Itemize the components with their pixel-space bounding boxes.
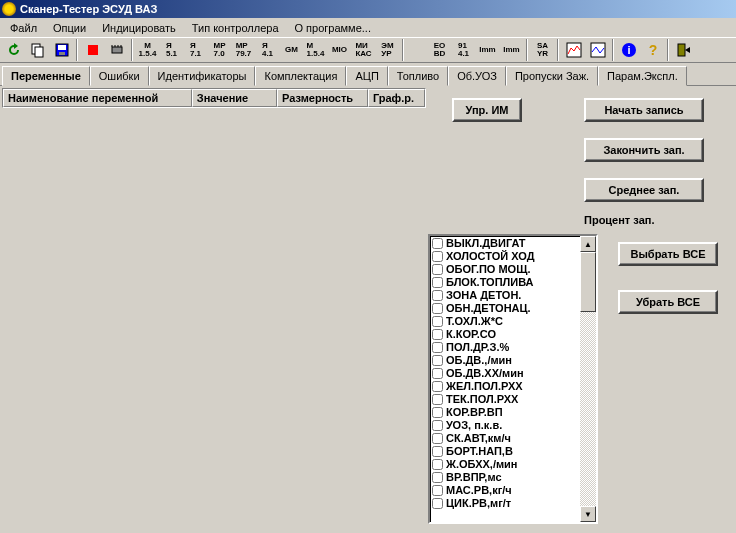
tool-gm[interactable]: GM: [280, 39, 303, 61]
scroll-up-icon[interactable]: ▲: [580, 236, 596, 252]
list-item-checkbox[interactable]: [432, 303, 443, 314]
list-item[interactable]: МАС.РВ,кг/ч: [432, 484, 578, 497]
menu-indicate[interactable]: Индицировать: [94, 20, 184, 36]
list-item-checkbox[interactable]: [432, 498, 443, 509]
list-item-label: СК.АВТ,км/ч: [446, 432, 511, 445]
list-item-checkbox[interactable]: [432, 394, 443, 405]
menu-options[interactable]: Опции: [45, 20, 94, 36]
col-name[interactable]: Наименование переменной: [3, 89, 192, 107]
col-value[interactable]: Значение: [192, 89, 277, 107]
list-item[interactable]: ХОЛОСТОЙ ХОД: [432, 250, 578, 263]
tool-91-41[interactable]: 914.1: [452, 39, 475, 61]
tool-imm2[interactable]: Imm: [500, 39, 523, 61]
tab-params[interactable]: Парам.Экспл.: [598, 66, 687, 86]
start-record-button[interactable]: Начать запись: [584, 98, 704, 122]
list-item[interactable]: УОЗ, п.к.в.: [432, 419, 578, 432]
tab-fuel[interactable]: Топливо: [388, 66, 448, 86]
list-item-checkbox[interactable]: [432, 407, 443, 418]
tool-ecu-icon[interactable]: [105, 39, 128, 61]
col-dimension[interactable]: Размерность: [277, 89, 368, 107]
list-item-checkbox[interactable]: [432, 446, 443, 457]
list-item[interactable]: КОР.ВР.ВП: [432, 406, 578, 419]
menu-file[interactable]: Файл: [2, 20, 45, 36]
tool-ya51[interactable]: Я5.1: [160, 39, 183, 61]
tool-mp797[interactable]: MP79.7: [232, 39, 255, 61]
list-item-checkbox[interactable]: [432, 290, 443, 301]
end-record-button[interactable]: Закончить зап.: [584, 138, 704, 162]
tool-eobd[interactable]: EOBD: [428, 39, 451, 61]
tool-sayr[interactable]: SAYR: [531, 39, 554, 61]
col-graph[interactable]: Граф.р.: [368, 89, 425, 107]
tool-graph1-icon[interactable]: [562, 39, 585, 61]
list-item[interactable]: К.КОР.СО: [432, 328, 578, 341]
scrollbar[interactable]: ▲ ▼: [580, 236, 596, 522]
variable-checklist: ВЫКЛ.ДВИГАТХОЛОСТОЙ ХОДОБОГ.ПО МОЩ.БЛОК.…: [428, 234, 598, 524]
tool-emur[interactable]: ЭМУР: [376, 39, 399, 61]
tool-m154b[interactable]: М1.5.4: [304, 39, 327, 61]
list-item[interactable]: ОБН.ДЕТОНАЦ.: [432, 302, 578, 315]
tab-obuz[interactable]: Об.УОЗ: [448, 66, 506, 86]
scroll-down-icon[interactable]: ▼: [580, 506, 596, 522]
list-item-checkbox[interactable]: [432, 420, 443, 431]
list-item-checkbox[interactable]: [432, 459, 443, 470]
list-item[interactable]: ЖЕЛ.ПОЛ.РХХ: [432, 380, 578, 393]
list-item[interactable]: ПОЛ.ДР.З.%: [432, 341, 578, 354]
tab-acp[interactable]: АЦП: [346, 66, 387, 86]
list-item-label: ЖЕЛ.ПОЛ.РХХ: [446, 380, 523, 393]
list-item[interactable]: ВЫКЛ.ДВИГАТ: [432, 237, 578, 250]
tool-stop-icon[interactable]: [81, 39, 104, 61]
list-item-checkbox[interactable]: [432, 316, 443, 327]
tool-mp70[interactable]: MP7.0: [208, 39, 231, 61]
tool-reload-icon[interactable]: [2, 39, 25, 61]
list-item[interactable]: Ж.ОБХХ,/мин: [432, 458, 578, 471]
tool-mio[interactable]: MIO: [328, 39, 351, 61]
avg-record-button[interactable]: Среднее зап.: [584, 178, 704, 202]
tool-mikas[interactable]: МИКАС: [352, 39, 375, 61]
list-item[interactable]: ОБ.ДВ.ХХ/мин: [432, 367, 578, 380]
tool-save-icon[interactable]: [50, 39, 73, 61]
list-item-checkbox[interactable]: [432, 472, 443, 483]
list-item[interactable]: СК.АВТ,км/ч: [432, 432, 578, 445]
tool-info-icon[interactable]: i: [617, 39, 640, 61]
list-item[interactable]: Т.ОХЛ.Ж*С: [432, 315, 578, 328]
list-item[interactable]: БЛОК.ТОПЛИВА: [432, 276, 578, 289]
list-item[interactable]: ОБОГ.ПО МОЩ.: [432, 263, 578, 276]
list-item[interactable]: ОБ.ДВ.,/мин: [432, 354, 578, 367]
list-item-checkbox[interactable]: [432, 238, 443, 249]
deselect-all-button[interactable]: Убрать ВСЕ: [618, 290, 718, 314]
scroll-thumb[interactable]: [580, 252, 596, 312]
menu-controller-type[interactable]: Тип контроллера: [184, 20, 287, 36]
list-item[interactable]: ТЕК.ПОЛ.РХХ: [432, 393, 578, 406]
list-item-checkbox[interactable]: [432, 342, 443, 353]
tab-variables[interactable]: Переменные: [2, 66, 90, 86]
tool-help-icon[interactable]: ?: [641, 39, 664, 61]
tool-copy-icon[interactable]: [26, 39, 49, 61]
tab-errors[interactable]: Ошибки: [90, 66, 149, 86]
tab-misfires[interactable]: Пропуски Заж.: [506, 66, 598, 86]
list-item-checkbox[interactable]: [432, 264, 443, 275]
list-item-checkbox[interactable]: [432, 485, 443, 496]
tab-complectation[interactable]: Комплектация: [255, 66, 346, 86]
tab-identifiers[interactable]: Идентификаторы: [149, 66, 256, 86]
upr-im-button[interactable]: Упр. ИМ: [452, 98, 522, 122]
list-item-checkbox[interactable]: [432, 433, 443, 444]
menu-about[interactable]: О программе...: [287, 20, 379, 36]
list-item-checkbox[interactable]: [432, 251, 443, 262]
list-item[interactable]: БОРТ.НАП,В: [432, 445, 578, 458]
tool-ya71[interactable]: Я7.1: [184, 39, 207, 61]
list-item[interactable]: ЗОНА ДЕТОН.: [432, 289, 578, 302]
list-item-checkbox[interactable]: [432, 368, 443, 379]
list-item-checkbox[interactable]: [432, 355, 443, 366]
list-item-checkbox[interactable]: [432, 381, 443, 392]
scroll-track[interactable]: [580, 252, 596, 506]
tool-graph2-icon[interactable]: [586, 39, 609, 61]
tool-ya41[interactable]: Я4.1: [256, 39, 279, 61]
list-item-checkbox[interactable]: [432, 329, 443, 340]
tool-imm1[interactable]: Imm: [476, 39, 499, 61]
tool-m154[interactable]: М1.5.4: [136, 39, 159, 61]
tool-exit-icon[interactable]: [672, 39, 695, 61]
list-item[interactable]: ВР.ВПР,мс: [432, 471, 578, 484]
select-all-button[interactable]: Выбрать ВСЕ: [618, 242, 718, 266]
list-item-checkbox[interactable]: [432, 277, 443, 288]
list-item[interactable]: ЦИК.РВ,мг/т: [432, 497, 578, 510]
